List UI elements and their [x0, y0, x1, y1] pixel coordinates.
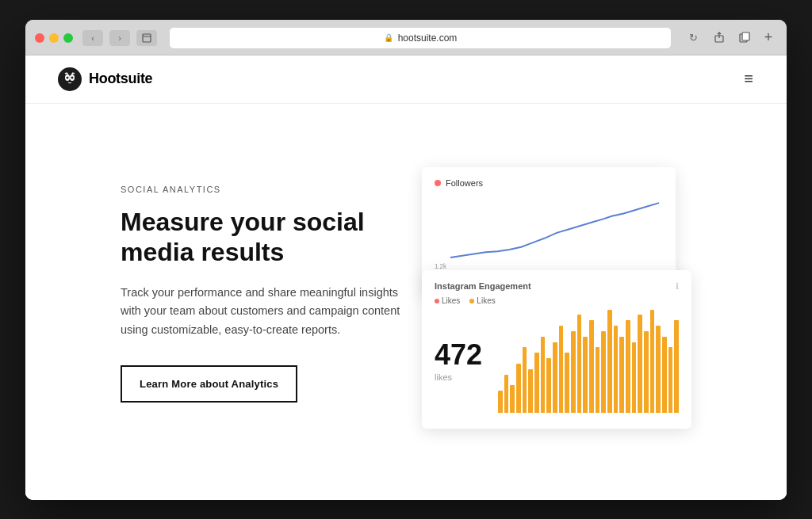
bar-item [559, 326, 564, 412]
bar-item [632, 342, 637, 413]
instagram-chart-card: Instagram Engagement ℹ Likes Likes 47 [422, 270, 691, 429]
duplicate-button[interactable] [734, 29, 755, 45]
likes-number: 472 [435, 341, 490, 369]
tab-button[interactable] [136, 30, 157, 46]
address-bar[interactable]: 🔒 hootsuite.com [170, 28, 671, 48]
bar-item [516, 364, 521, 413]
bar-item [523, 347, 527, 412]
bar-item [541, 337, 546, 413]
bar-item [528, 369, 533, 413]
bar-item [498, 391, 503, 412]
bar-item [674, 320, 679, 412]
back-button[interactable]: ‹ [82, 30, 103, 46]
new-tab-button[interactable]: + [760, 29, 777, 47]
reload-button[interactable]: ↻ [684, 29, 703, 48]
bar-item [668, 347, 673, 412]
bar-item [626, 320, 630, 412]
navbar: Hootsuite ≡ [25, 55, 787, 104]
maximize-button[interactable] [63, 33, 73, 43]
followers-dot [435, 180, 441, 186]
bar-item [565, 353, 569, 412]
bar-item [607, 310, 612, 413]
followers-line-chart: 1.2k [435, 194, 663, 273]
bar-item [510, 385, 515, 412]
forward-button[interactable]: › [109, 30, 130, 46]
hero-left: SOCIAL ANALYTICS Measure your social med… [121, 185, 406, 403]
close-button[interactable] [35, 33, 44, 43]
svg-point-10 [71, 76, 74, 78]
share-button[interactable] [709, 29, 730, 45]
svg-point-9 [67, 76, 69, 78]
logo-area: Hootsuite [57, 67, 152, 92]
bar-item [546, 358, 551, 412]
bar-item [662, 337, 667, 413]
svg-point-6 [58, 67, 82, 91]
section-label: SOCIAL ANALYTICS [121, 185, 406, 194]
minimize-button[interactable] [49, 33, 59, 43]
likes-legend-row: Likes Likes [435, 296, 679, 305]
page-content: Hootsuite ≡ SOCIAL ANALYTICS Measure you… [25, 55, 787, 500]
likes-legend-2: Likes [469, 296, 495, 305]
traffic-lights [35, 33, 73, 43]
svg-rect-0 [143, 34, 151, 42]
svg-text:1.2k: 1.2k [435, 262, 447, 271]
bar-item [571, 331, 576, 413]
hero-description: Track your performance and share meaning… [121, 284, 406, 341]
hero-title: Measure your social media results [121, 207, 406, 268]
bar-chart [498, 310, 679, 413]
bar-item [577, 315, 582, 412]
followers-title: Followers [446, 178, 483, 188]
instagram-body: 472 likes [435, 310, 679, 413]
hootsuite-logo-icon [57, 67, 82, 92]
instagram-title: Instagram Engagement [435, 281, 531, 291]
instagram-header: Instagram Engagement ℹ [435, 281, 679, 292]
svg-rect-5 [742, 32, 749, 40]
bar-item [553, 342, 557, 413]
hamburger-menu[interactable]: ≡ [744, 70, 755, 88]
lock-icon: 🔒 [384, 33, 393, 42]
bar-item [583, 337, 588, 413]
bar-item [614, 326, 619, 412]
browser-actions: + [709, 29, 777, 47]
bar-item [534, 353, 539, 412]
brand-name: Hootsuite [89, 71, 152, 87]
bar-item [644, 331, 649, 413]
likes-legend-1: Likes [435, 296, 460, 305]
bar-item [596, 347, 600, 412]
bar-item [601, 331, 606, 413]
learn-more-button[interactable]: Learn More about Analytics [121, 365, 297, 403]
likes-stat: 472 likes [435, 310, 490, 413]
bar-item [638, 315, 642, 412]
url-text: hootsuite.com [398, 32, 458, 44]
bar-item [656, 326, 661, 412]
instagram-info-icon: ℹ [676, 281, 679, 292]
browser-chrome: ‹ › 🔒 hootsuite.com ↻ [25, 20, 787, 55]
bar-item [619, 337, 624, 413]
likes-label: likes [435, 372, 490, 382]
browser-window: ‹ › 🔒 hootsuite.com ↻ [25, 20, 787, 500]
hero-section: SOCIAL ANALYTICS Measure your social med… [25, 104, 787, 500]
hero-right: Followers 1.2k Instagram Engagement [406, 151, 691, 437]
bar-item [589, 320, 594, 412]
bar-item [650, 310, 655, 413]
followers-title-row: Followers [435, 178, 663, 188]
bar-item [504, 375, 509, 413]
